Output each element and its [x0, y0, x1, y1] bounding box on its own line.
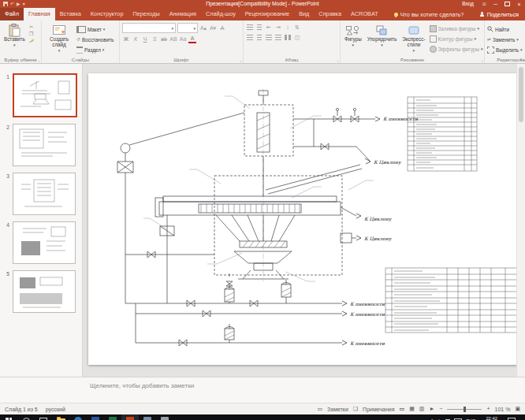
- action-center-icon[interactable]: [508, 418, 516, 420]
- shape-outline-button[interactable]: Контур фигуры▾: [430, 34, 483, 43]
- strikethrough-button[interactable]: ab: [160, 35, 168, 43]
- format-painter-icon[interactable]: [29, 39, 34, 43]
- font-name-combo[interactable]: ▾: [122, 23, 176, 33]
- new-slide-button[interactable]: Создать слайд ▾: [44, 23, 74, 54]
- quick-styles-button[interactable]: Экспресс-стили ▾: [400, 23, 426, 54]
- tab-insert[interactable]: Вставка: [55, 8, 86, 20]
- tab-acrobat[interactable]: ACROBAT: [346, 8, 383, 20]
- taskbar-app-file-explorer[interactable]: [52, 414, 69, 420]
- tell-me-box[interactable]: Что вы хотите сделать?: [394, 8, 464, 20]
- drawing-dialog-launcher-icon[interactable]: ⌞: [482, 58, 483, 62]
- increase-font-button[interactable]: A▴: [199, 24, 207, 32]
- share-button[interactable]: Поделиться: [480, 8, 525, 20]
- change-case-button[interactable]: Аа: [179, 35, 187, 43]
- find-button[interactable]: Найти: [487, 24, 523, 34]
- tab-view[interactable]: Вид: [294, 8, 314, 20]
- align-left-button[interactable]: [246, 33, 254, 42]
- font-color-button[interactable]: А: [188, 35, 196, 43]
- taskbar-clock[interactable]: 22:42 Чт 16.07.20: [479, 416, 504, 420]
- thumbnail-image[interactable]: [13, 124, 76, 166]
- cut-icon[interactable]: ✂: [29, 24, 34, 30]
- convert-smartart-button[interactable]: ◫: [293, 33, 301, 42]
- underline-button[interactable]: Ч: [141, 35, 149, 43]
- taskbar-app-mail[interactable]: [139, 414, 156, 420]
- zoom-in-button[interactable]: +: [486, 403, 490, 414]
- replace-button[interactable]: ⇄Заменить▾: [487, 35, 523, 44]
- select-button[interactable]: Выделить▾: [487, 45, 523, 54]
- undo-icon[interactable]: ↶: [10, 0, 14, 8]
- thumbnail-image[interactable]: [13, 221, 76, 264]
- slideshow-view-button[interactable]: ►: [429, 403, 434, 414]
- arrange-button[interactable]: Упорядочить ▾: [366, 23, 398, 54]
- start-slideshow-icon[interactable]: ▶: [17, 0, 20, 8]
- paragraph-dialog-launcher-icon[interactable]: ⌞: [337, 58, 339, 62]
- qat-dropdown-icon[interactable]: ▾: [23, 0, 25, 8]
- taskbar-app-generic[interactable]: [156, 414, 173, 420]
- text-shadow-button[interactable]: S: [151, 35, 158, 43]
- reading-view-button[interactable]: ▥: [419, 403, 425, 414]
- tab-review[interactable]: Рецензирование: [240, 8, 294, 20]
- save-icon[interactable]: [3, 2, 8, 6]
- scrollbar-thumb[interactable]: [519, 67, 523, 122]
- justify-button[interactable]: [274, 33, 282, 42]
- tab-help[interactable]: Справка: [314, 8, 346, 20]
- taskbar-app-powerpoint[interactable]: [121, 414, 139, 420]
- notes-pane[interactable]: Щелкните, чтобы добавить заметки: [0, 377, 525, 403]
- zoom-out-button[interactable]: −: [439, 403, 442, 414]
- collapse-ribbon-icon[interactable]: ˆ: [520, 58, 522, 62]
- tab-animations[interactable]: Анимация: [165, 8, 201, 20]
- notes-placeholder[interactable]: Щелкните, чтобы добавить заметки: [90, 382, 194, 389]
- task-view-button[interactable]: [35, 414, 52, 420]
- feedback-smiley-icon[interactable]: ☺: [479, 0, 490, 8]
- fit-slide-button[interactable]: ▣: [515, 403, 520, 414]
- copy-icon[interactable]: ❐: [29, 32, 34, 37]
- slide-thumbnail-1[interactable]: 1: [3, 73, 82, 117]
- sign-in-button[interactable]: Вход: [456, 0, 479, 8]
- shape-fill-button[interactable]: Заливка фигуры▾: [430, 24, 483, 33]
- language-indicator[interactable]: русский: [46, 407, 65, 412]
- section-button[interactable]: Раздел▾: [76, 45, 114, 54]
- minimize-button[interactable]: ─: [490, 0, 501, 8]
- taskbar-app-edge[interactable]: [69, 414, 87, 420]
- clipboard-dialog-launcher-icon[interactable]: ⌞: [39, 58, 40, 62]
- indent-increase-button[interactable]: ⇥: [274, 23, 282, 32]
- slide-sorter-view-button[interactable]: ▦: [409, 403, 415, 414]
- zoom-slider-thumb[interactable]: [464, 407, 466, 412]
- normal-view-button[interactable]: ▭: [400, 403, 405, 414]
- zoom-slider[interactable]: [447, 409, 482, 410]
- font-size-combo[interactable]: ▾: [177, 23, 198, 33]
- thumbnail-image[interactable]: [13, 173, 76, 215]
- paste-button[interactable]: Вставить ▾: [2, 23, 27, 54]
- clear-formatting-button[interactable]: A: [218, 24, 226, 32]
- bold-button[interactable]: Ж: [122, 35, 130, 43]
- italic-button[interactable]: К: [132, 35, 140, 43]
- start-button[interactable]: [0, 414, 17, 420]
- columns-button[interactable]: [284, 33, 292, 42]
- comments-toggle[interactable]: Примечания: [363, 407, 394, 412]
- line-spacing-button[interactable]: ↕: [284, 23, 292, 32]
- align-center-button[interactable]: [255, 33, 263, 42]
- slide-thumbnail-2[interactable]: 2: [3, 124, 82, 166]
- slide-canvas[interactable]: К пневмосети К Циклону К Циклону К Цикло…: [88, 73, 519, 365]
- notes-toggle[interactable]: Заметки: [327, 407, 348, 412]
- tab-slideshow[interactable]: Слайд-шоу: [201, 8, 240, 20]
- slide-thumbnail-4[interactable]: 4: [3, 221, 82, 264]
- decrease-font-button[interactable]: A▾: [209, 24, 217, 32]
- slide-thumbnail-3[interactable]: 3: [3, 173, 82, 215]
- reset-button[interactable]: ↺Восстановить: [76, 35, 114, 44]
- taskbar-app-word[interactable]: [87, 414, 104, 420]
- restore-button[interactable]: [501, 0, 513, 8]
- close-button[interactable]: ×: [513, 0, 525, 8]
- layout-button[interactable]: Макет▾: [76, 24, 114, 34]
- search-button[interactable]: [17, 414, 35, 420]
- bullets-button[interactable]: [246, 23, 254, 32]
- text-direction-button[interactable]: ⇅: [293, 23, 301, 32]
- font-dialog-launcher-icon[interactable]: ⌞: [240, 58, 242, 62]
- slide-thumbnail-5[interactable]: 5: [3, 270, 82, 313]
- tab-design[interactable]: Конструктор: [86, 8, 128, 20]
- vertical-scrollbar[interactable]: [516, 64, 525, 377]
- align-right-button[interactable]: [265, 33, 273, 42]
- zoom-level[interactable]: 101 %: [495, 407, 511, 412]
- tab-home[interactable]: Главная: [24, 8, 55, 20]
- thumbnail-image[interactable]: [13, 270, 76, 313]
